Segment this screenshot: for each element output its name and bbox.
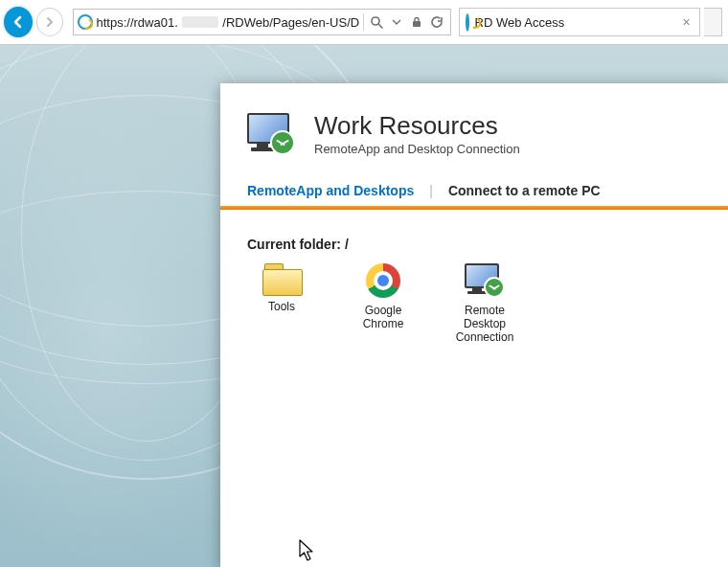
address-url-start: https://rdwa01. bbox=[97, 15, 178, 30]
card-header: Work Resources RemoteApp and Desktop Con… bbox=[220, 83, 728, 168]
app-label: Tools bbox=[245, 300, 318, 313]
page-title: Work Resources bbox=[314, 112, 520, 140]
dropdown-icon[interactable] bbox=[388, 13, 404, 31]
page-subtitle: RemoteApp and Desktop Connection bbox=[314, 142, 520, 156]
rdc-icon bbox=[465, 263, 505, 298]
app-remote-desktop-connection[interactable]: Remote Desktop Connection bbox=[448, 263, 521, 345]
remoteapp-logo-icon bbox=[247, 113, 297, 155]
address-bar[interactable]: https://rdwa01. /RDWeb/Pages/en-US/D bbox=[73, 9, 451, 35]
chrome-icon bbox=[366, 263, 400, 298]
content-card: Work Resources RemoteApp and Desktop Con… bbox=[220, 83, 728, 567]
address-divider bbox=[363, 13, 364, 31]
new-tab-button[interactable] bbox=[704, 8, 723, 36]
lock-icon[interactable] bbox=[409, 13, 425, 31]
svg-rect-2 bbox=[413, 21, 421, 27]
tab-title: RD Web Access bbox=[475, 15, 674, 30]
browser-tab[interactable]: RD Web Access × bbox=[459, 8, 700, 36]
address-url-rest: /RDWeb/Pages/en-US/D bbox=[222, 15, 359, 30]
search-icon[interactable] bbox=[368, 13, 384, 31]
tab-connect-remote-pc[interactable]: Connect to a remote PC bbox=[448, 183, 601, 198]
refresh-icon[interactable] bbox=[429, 13, 445, 31]
close-tab-icon[interactable]: × bbox=[680, 15, 694, 29]
back-button[interactable] bbox=[4, 7, 33, 37]
tab-remoteapp[interactable]: RemoteApp and Desktops bbox=[247, 183, 414, 198]
app-label: Google Chrome bbox=[347, 304, 420, 331]
browser-chrome: https://rdwa01. /RDWeb/Pages/en-US/D RD … bbox=[0, 0, 728, 45]
address-url-redacted bbox=[182, 16, 219, 28]
app-google-chrome[interactable]: Google Chrome bbox=[347, 263, 420, 345]
folder-icon bbox=[262, 263, 301, 294]
app-label: Remote Desktop Connection bbox=[448, 304, 521, 345]
ie-icon bbox=[466, 15, 469, 30]
current-folder-label: Current folder: / bbox=[220, 210, 728, 256]
app-tools[interactable]: Tools bbox=[245, 263, 318, 345]
nav-tabs: RemoteApp and Desktops | Connect to a re… bbox=[220, 168, 728, 206]
apps-grid: Tools Google Chrome Remote Desktop Conne… bbox=[220, 256, 728, 345]
forward-button[interactable] bbox=[36, 8, 63, 36]
page-viewport: Work Resources RemoteApp and Desktop Con… bbox=[0, 45, 728, 567]
svg-line-1 bbox=[378, 24, 382, 28]
tab-separator: | bbox=[429, 183, 433, 198]
ie-icon bbox=[78, 14, 93, 30]
